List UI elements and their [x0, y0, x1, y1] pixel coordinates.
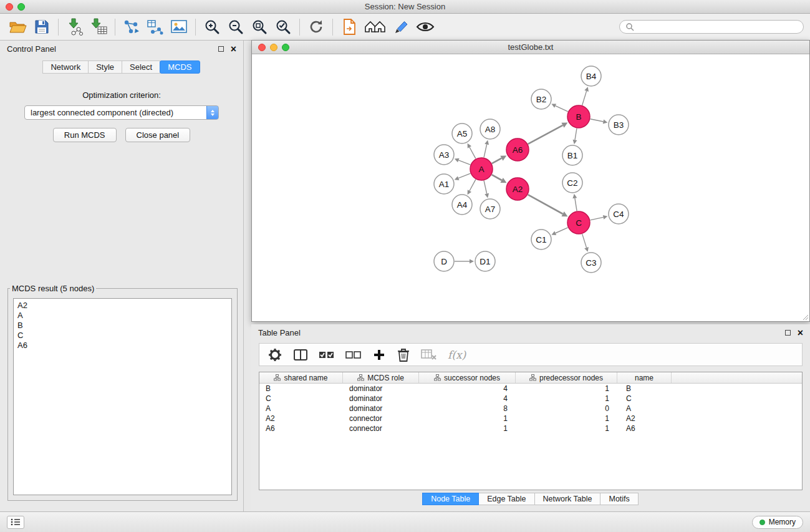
graph-edge-C-C1[interactable] [556, 228, 568, 233]
table-cell[interactable]: dominator [343, 394, 419, 404]
network-close-button[interactable] [258, 44, 266, 51]
table-cell[interactable]: 8 [419, 404, 516, 414]
memory-button[interactable]: Memory [752, 516, 803, 529]
graph-node-B2[interactable]: B2 [531, 89, 551, 109]
open-session-button[interactable] [6, 16, 30, 37]
table-cell[interactable]: 0 [516, 404, 617, 414]
save-session-button[interactable] [30, 16, 54, 37]
graph-edge-B-B1[interactable] [575, 128, 577, 140]
select-all-columns-button[interactable] [319, 349, 335, 361]
close-panel-icon[interactable]: × [798, 329, 803, 337]
graph-node-A1[interactable]: A1 [434, 174, 454, 194]
table-cell[interactable]: 1 [516, 414, 617, 423]
graph-node-C[interactable]: C [567, 211, 590, 234]
node-table[interactable]: shared name MCDS role successor nodes pr… [259, 372, 803, 490]
network-zoom-button[interactable] [282, 44, 289, 51]
task-history-button[interactable] [7, 516, 24, 529]
float-panel-icon[interactable] [785, 330, 791, 336]
graph-node-A7[interactable]: A7 [480, 199, 500, 219]
graph-node-D[interactable]: D [434, 251, 454, 271]
table-cell[interactable]: 1 [516, 423, 617, 433]
graph-edge-A-A5[interactable] [470, 147, 476, 158]
table-cell[interactable]: B [259, 384, 343, 394]
import-network-button[interactable] [63, 16, 87, 37]
style-brush-button[interactable] [390, 16, 413, 37]
table-cell[interactable]: 1 [516, 394, 617, 404]
table-cell[interactable]: A [259, 404, 343, 414]
home-button[interactable] [361, 16, 390, 37]
mcds-result-item[interactable]: A [17, 311, 228, 321]
network-view-window[interactable]: testGlobe.txt B4B2BB3A5A8A6B1A3AC2A1A2A4… [251, 40, 810, 322]
zoom-out-button[interactable] [224, 16, 248, 37]
tab-node-table[interactable]: Node Table [422, 493, 479, 505]
graph-node-B1[interactable]: B1 [562, 145, 582, 165]
export-table-button[interactable] [143, 16, 167, 37]
close-panel-icon[interactable]: × [231, 46, 236, 53]
show-columns-button[interactable] [293, 347, 308, 362]
export-image-button[interactable] [167, 16, 191, 37]
table-cell[interactable]: A6 [259, 423, 343, 433]
dropdown-stepper-icon[interactable] [206, 105, 219, 120]
tab-style[interactable]: Style [88, 60, 122, 74]
graph-edge-B-B4[interactable] [582, 91, 587, 105]
graph-edge-B-B3[interactable] [591, 119, 604, 122]
graph-node-D1[interactable]: D1 [475, 251, 495, 271]
window-titlebar[interactable]: Session: New Session [0, 0, 810, 14]
create-column-button[interactable] [372, 348, 386, 362]
export-network-button[interactable] [120, 16, 143, 37]
mcds-result-item[interactable]: B [17, 321, 228, 331]
graph-node-B[interactable]: B [567, 105, 590, 128]
tab-network[interactable]: Network [42, 60, 89, 74]
graph-edge-C-C4[interactable] [591, 217, 604, 220]
column-header[interactable]: name [617, 372, 672, 383]
refresh-view-button[interactable] [304, 16, 328, 37]
close-panel-button[interactable]: Close panel [125, 128, 191, 142]
table-settings-button[interactable] [268, 347, 282, 362]
table-cell[interactable]: connector [343, 423, 419, 433]
graph-edge-A-A6[interactable] [492, 158, 502, 163]
graph-edge-C-C2[interactable] [575, 198, 577, 211]
graph-node-C4[interactable]: C4 [609, 204, 629, 224]
column-header[interactable]: successor nodes [419, 372, 516, 383]
table-cell[interactable]: B [617, 384, 672, 394]
mcds-result-list[interactable]: A2ABCA6 [13, 298, 232, 495]
graph-edge-B-B2[interactable] [556, 106, 568, 112]
table-row[interactable]: Bdominator41B [259, 384, 802, 394]
table-row[interactable]: Adominator80A [259, 404, 802, 414]
graph-node-C2[interactable]: C2 [562, 173, 582, 193]
network-canvas[interactable]: B4B2BB3A5A8A6B1A3AC2A1A2A4A7C4CC1C3DD1 [253, 55, 809, 321]
column-header[interactable]: MCDS role [343, 372, 419, 383]
table-cell[interactable]: dominator [343, 384, 419, 394]
graph-edge-A-A8[interactable] [484, 144, 487, 157]
graph-node-A2[interactable]: A2 [506, 178, 529, 200]
tab-motifs[interactable]: Motifs [600, 493, 638, 505]
graph-edge-A-A7[interactable] [484, 181, 487, 194]
show-details-button[interactable] [413, 16, 437, 37]
table-cell[interactable]: 1 [419, 423, 516, 433]
mcds-result-item[interactable]: C [17, 331, 228, 341]
table-row[interactable]: Cdominator41C [259, 394, 802, 404]
graph-node-B3[interactable]: B3 [609, 115, 629, 135]
mcds-result-item[interactable]: A2 [17, 301, 228, 311]
table-row[interactable]: A6connector11A6 [259, 423, 802, 433]
tab-select[interactable]: Select [122, 60, 160, 74]
mcds-result-item[interactable]: A6 [17, 341, 228, 351]
resize-grip-icon[interactable] [801, 313, 809, 321]
delete-column-button[interactable] [397, 347, 410, 362]
close-window-button[interactable] [6, 3, 13, 11]
graph-edge-A-A3[interactable] [458, 160, 470, 165]
table-cell[interactable]: A2 [617, 414, 672, 423]
search-input[interactable] [637, 22, 798, 32]
zoom-window-button[interactable] [17, 3, 25, 11]
graph-node-A8[interactable]: A8 [480, 119, 500, 139]
delete-table-button[interactable] [421, 348, 437, 362]
table-cell[interactable]: C [617, 394, 672, 404]
table-cell[interactable]: connector [343, 414, 419, 423]
graph-node-B4[interactable]: B4 [581, 66, 601, 86]
table-cell[interactable]: dominator [343, 404, 419, 414]
table-row[interactable]: A2connector11A2 [259, 414, 802, 423]
tab-edge-table[interactable]: Edge Table [478, 493, 534, 505]
tab-mcds[interactable]: MCDS [160, 60, 200, 74]
zoom-fit-button[interactable] [248, 16, 271, 37]
document-export-button[interactable] [337, 16, 361, 37]
